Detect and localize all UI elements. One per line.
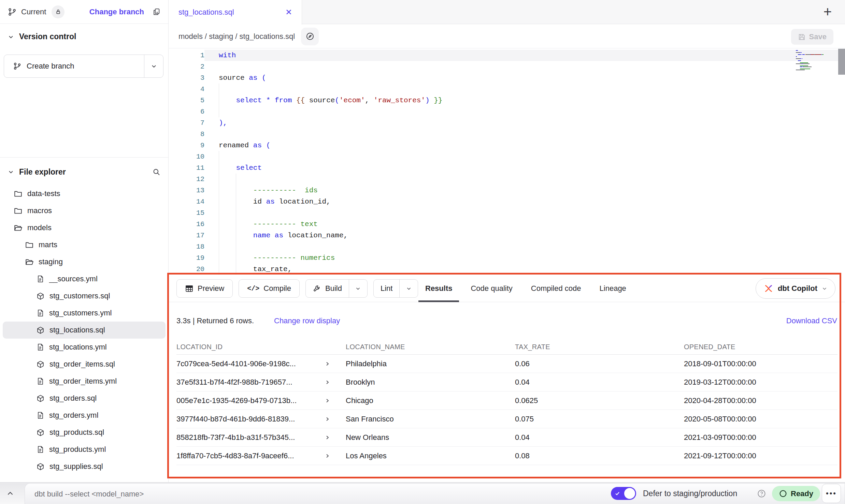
branch-lock-badge: [52, 5, 65, 18]
build-dropdown[interactable]: [349, 280, 367, 297]
code-line-11[interactable]: 11 select: [169, 162, 845, 174]
tree-item-marts[interactable]: marts: [3, 236, 166, 253]
save-button[interactable]: Save: [791, 29, 833, 45]
line-number: 5: [169, 95, 204, 106]
panel-tab-compiled-code[interactable]: Compiled code: [531, 275, 581, 302]
tree-item-stg-order-items-yml[interactable]: stg_order_items.yml: [3, 373, 166, 390]
code-line-17[interactable]: 17 name as location_name,: [169, 230, 845, 241]
tree-item-stg-products-yml[interactable]: stg_products.yml: [3, 441, 166, 458]
tree-item-staging[interactable]: staging: [3, 253, 166, 270]
change-branch-link[interactable]: Change branch: [89, 8, 144, 16]
code-line-5[interactable]: 5 select * from {{ source('ecom', 'raw_s…: [169, 95, 845, 106]
tree-item--sources-yml[interactable]: __sources.yml: [3, 270, 166, 287]
code-line-15[interactable]: 15: [169, 207, 845, 219]
file-explorer-header[interactable]: File explorer: [8, 164, 161, 179]
version-control-header[interactable]: Version control: [8, 32, 76, 41]
code-editor[interactable]: 1with23source as (45 select * from {{ so…: [169, 49, 845, 275]
change-row-display-link[interactable]: Change row display: [274, 302, 340, 339]
new-tab-button[interactable]: +: [820, 4, 835, 20]
folder-icon: [25, 240, 34, 249]
tree-item-stg-customers-sql[interactable]: stg_customers.sql: [3, 287, 166, 305]
dbt-copilot-button[interactable]: dbt Copilot: [756, 278, 835, 299]
preview-button[interactable]: Preview: [176, 279, 233, 298]
tree-item-macros[interactable]: macros: [3, 202, 166, 219]
code-line-4[interactable]: 4: [169, 84, 845, 95]
defer-toggle[interactable]: [611, 487, 636, 500]
code-line-3[interactable]: 3source as (: [169, 72, 845, 84]
panel-tabs: ResultsCode qualityCompiled codeLineage: [425, 275, 626, 302]
search-icon[interactable]: [152, 168, 161, 176]
divider: [0, 157, 168, 158]
model-cube-icon: [36, 462, 45, 471]
code-line-8[interactable]: 8: [169, 129, 845, 140]
tree-item-models[interactable]: models: [3, 219, 166, 236]
more-options-button[interactable]: •••: [822, 484, 841, 503]
code-line-19[interactable]: 19 ---------- numerics: [169, 252, 845, 264]
tree-item-stg-locations-yml[interactable]: stg_locations.yml: [3, 339, 166, 356]
copy-icon[interactable]: [152, 8, 161, 16]
tree-item-label: stg_supplies.sql: [49, 462, 103, 471]
table-row: 858218fb-73f7-4b1b-a31f-57b345...New Orl…: [176, 428, 837, 447]
results-table: LOCATION_IDLOCATION_NAMETAX_RATEOPENED_D…: [176, 339, 837, 465]
tree-item-stg-orders-sql[interactable]: stg_orders.sql: [3, 390, 166, 407]
tree-item-stg-order-items-sql[interactable]: stg_order_items.sql: [3, 356, 166, 373]
row-expand-icon[interactable]: [325, 398, 330, 403]
code-line-13[interactable]: 13 ---------- ids: [169, 185, 845, 196]
lint-button[interactable]: Lint: [374, 280, 399, 297]
build-button[interactable]: Build: [306, 280, 349, 297]
row-expand-icon[interactable]: [325, 361, 330, 367]
close-tab-icon[interactable]: ✕: [285, 8, 292, 17]
tree-item-label: stg_locations.yml: [49, 343, 107, 352]
panel-tab-code-quality[interactable]: Code quality: [471, 275, 512, 302]
lineage-compass-button[interactable]: [301, 28, 319, 45]
code-line-16[interactable]: 16 ---------- text: [169, 219, 845, 230]
ready-status-badge[interactable]: Ready: [772, 486, 820, 501]
tree-item-stg-supplies-sql[interactable]: stg_supplies.sql: [3, 458, 166, 475]
chevron-up-icon[interactable]: [6, 489, 14, 498]
editor-scrollbar-thumb[interactable]: [838, 49, 845, 75]
line-number: 15: [169, 207, 204, 219]
code-line-18[interactable]: 18: [169, 241, 845, 252]
tree-item-stg-locations-sql[interactable]: stg_locations.sql: [3, 322, 166, 339]
code-line-2[interactable]: 2: [169, 61, 845, 72]
compile-button[interactable]: </> Compile: [239, 279, 300, 298]
tree-item-stg-products-sql[interactable]: stg_products.sql: [3, 424, 166, 441]
panel-tab-lineage[interactable]: Lineage: [600, 275, 626, 302]
code-line-14[interactable]: 14 id as location_id,: [169, 196, 845, 207]
help-icon[interactable]: [757, 489, 766, 498]
line-number: 2: [169, 61, 204, 72]
tree-item-data-tests[interactable]: data-tests: [3, 185, 166, 202]
line-number: 17: [169, 230, 204, 241]
code-line-12[interactable]: 12: [169, 174, 845, 185]
code-text: source as (: [204, 72, 845, 84]
row-expand-icon[interactable]: [325, 380, 330, 385]
row-expand-icon[interactable]: [325, 453, 330, 459]
row-expand-icon[interactable]: [325, 435, 330, 440]
breadcrumb-row: models / staging / stg_locations.sql: [169, 25, 845, 48]
code-line-6[interactable]: 6: [169, 106, 845, 117]
lint-dropdown[interactable]: [399, 280, 418, 297]
version-control-title: Version control: [19, 32, 76, 41]
cli-input[interactable]: [34, 490, 546, 499]
tab-stg-locations-sql[interactable]: stg_locations.sql ✕: [169, 0, 302, 25]
tree-item-stg-customers-yml[interactable]: stg_customers.yml: [3, 305, 166, 322]
tree-item-label: models: [27, 223, 52, 232]
row-expand-icon[interactable]: [325, 416, 330, 422]
create-branch-button[interactable]: Create branch: [4, 55, 163, 78]
tree-item-stg-orders-yml[interactable]: stg_orders.yml: [3, 407, 166, 424]
code-line-20[interactable]: 20 tax_rate,: [169, 264, 845, 275]
line-number: 10: [169, 151, 204, 162]
tree-item-label: staging: [39, 257, 63, 266]
download-csv-link[interactable]: Download CSV: [786, 302, 837, 339]
query-status: 3.3s | Returned 6 rows.: [176, 302, 254, 339]
line-number: 14: [169, 196, 204, 207]
code-line-1[interactable]: 1with: [169, 50, 845, 61]
minimap[interactable]: [796, 50, 837, 71]
code-line-9[interactable]: 9renamed as (: [169, 140, 845, 151]
create-branch-dropdown[interactable]: [144, 55, 163, 77]
code-line-10[interactable]: 10: [169, 151, 845, 162]
panel-tab-results[interactable]: Results: [425, 275, 452, 302]
code-text: ---------- ids: [204, 185, 845, 196]
code-line-7[interactable]: 7),: [169, 117, 845, 129]
create-branch-main[interactable]: Create branch: [4, 55, 144, 77]
